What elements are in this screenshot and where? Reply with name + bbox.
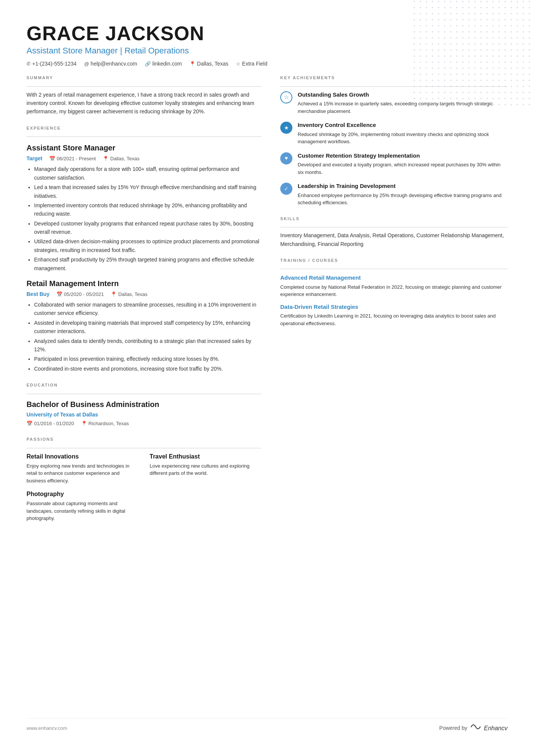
achievement-4: ✓ Leadership in Training Development Enh… — [280, 182, 507, 207]
date-meta-2: 📅 05/2020 - 05/2021 — [56, 291, 104, 298]
passion-desc-3: Passionate about capturing moments and l… — [27, 500, 138, 522]
location-icon: 📍 — [189, 60, 195, 68]
main-content: SUMMARY With 2 years of retail managemen… — [27, 75, 507, 703]
training-item-1: Advanced Retail Management Completed cou… — [280, 274, 507, 298]
bullet-2-5: Coordinated in-store events and promotio… — [34, 365, 261, 373]
right-column: KEY ACHIEVEMENTS ☆ Outstanding Sales Gro… — [280, 75, 507, 703]
job-title-2: Retail Management Intern — [27, 278, 261, 289]
bullet-2-4: Participated in loss prevention training… — [34, 355, 261, 363]
date-1: 06/2021 - Present — [57, 155, 96, 163]
achievements-divider — [280, 86, 507, 87]
bullet-1-6: Enhanced staff productivity by 25% throu… — [34, 255, 261, 272]
passion-1: Retail Innovations Enjoy exploring new t… — [27, 452, 138, 485]
achievement-2: ★ Inventory Control Excellence Reduced s… — [280, 121, 507, 146]
bullet-1-3: Implemented inventory controls that redu… — [34, 201, 261, 218]
job-title-1: Assistant Store Manager — [27, 142, 261, 153]
training-desc-1: Completed course by National Retail Fede… — [280, 283, 507, 298]
passion-3: Photography Passionate about capturing m… — [27, 490, 138, 522]
extra-value: Extra Field — [242, 60, 267, 68]
bullet-2-1: Collaborated with senior managers to str… — [34, 301, 261, 318]
link-icon: 🔗 — [145, 60, 151, 68]
footer-website: www.enhancv.com — [27, 725, 67, 732]
edu-meta: 📅 01/2016 - 01/2020 📍 Richardson, Texas — [27, 420, 261, 427]
powered-by-text: Powered by — [439, 724, 467, 732]
edu-school: University of Texas at Dallas — [27, 411, 261, 419]
email-contact: @ help@enhancv.com — [84, 60, 137, 68]
skills-divider — [280, 227, 507, 227]
location-2: Dallas, Texas — [118, 291, 147, 298]
loc-meta-1: 📍 Dallas, Texas — [103, 155, 139, 163]
exp-meta-1: Target 📅 06/2021 - Present 📍 Dallas, Tex… — [27, 155, 261, 163]
training-divider — [280, 269, 507, 269]
achievement-body-1: Outstanding Sales Growth Achieved a 15% … — [298, 91, 507, 115]
achievement-title-3: Customer Retention Strategy Implementati… — [298, 152, 507, 160]
passions-divider — [27, 448, 261, 448]
passions-label: PASSIONS — [27, 436, 261, 443]
achievement-3: ♥ Customer Retention Strategy Implementa… — [280, 152, 507, 176]
edu-location: Richardson, Texas — [89, 420, 129, 427]
passions-grid: Retail Innovations Enjoy exploring new t… — [27, 452, 261, 522]
linkedin-contact: 🔗 linkedin.com — [145, 60, 182, 68]
achievement-desc-3: Developed and executed a loyalty program… — [298, 161, 507, 176]
summary-divider — [27, 86, 261, 87]
footer-brand: Powered by Enhancv — [439, 723, 507, 733]
edu-loc-icon: 📍 — [81, 420, 87, 427]
skills-text: Inventory Management, Data Analysis, Ret… — [280, 231, 507, 248]
resume-page: GRACE JACKSON Assistant Store Manager | … — [0, 0, 534, 756]
achievement-icon-2: ★ — [280, 122, 292, 134]
achievement-title-4: Leadership in Training Development — [298, 182, 507, 191]
phone-contact: ✆ +1-(234)-555-1234 — [27, 60, 77, 68]
exp-meta-2: Best Buy 📅 05/2020 - 05/2021 📍 Dallas, T… — [27, 290, 261, 298]
training-desc-2: Certification by LinkedIn Learning in 20… — [280, 312, 507, 327]
edu-date: 01/2016 - 01/2020 — [34, 420, 74, 427]
achievement-body-3: Customer Retention Strategy Implementati… — [298, 152, 507, 176]
bullet-2-2: Assisted in developing training material… — [34, 319, 261, 336]
left-column: SUMMARY With 2 years of retail managemen… — [27, 75, 261, 703]
footer: www.enhancv.com Powered by Enhancv — [27, 718, 507, 733]
extra-contact: ☆ Extra Field — [236, 60, 267, 68]
training-label: TRAINING / COURSES — [280, 257, 507, 264]
achievement-icon-3: ♥ — [280, 152, 292, 164]
training-item-2: Data-Driven Retail Strategies Certificat… — [280, 303, 507, 327]
company-2: Best Buy — [27, 290, 50, 298]
linkedin-value: linkedin.com — [152, 60, 182, 68]
loc-icon-2: 📍 — [111, 291, 117, 298]
education-divider — [27, 394, 261, 394]
bullet-2-3: Analyzed sales data to identify trends, … — [34, 337, 261, 354]
passion-desc-1: Enjoy exploring new trends and technolog… — [27, 462, 138, 485]
job-bullets-2: Collaborated with senior managers to str… — [27, 301, 261, 373]
loc-icon-1: 📍 — [103, 155, 109, 163]
passion-2: Travel Enthusiast Love experiencing new … — [150, 452, 261, 485]
job-bullets-1: Managed daily operations for a store wit… — [27, 165, 261, 272]
edu-degree: Bachelor of Business Administration — [27, 399, 261, 410]
bullet-1-4: Developed customer loyalty programs that… — [34, 219, 261, 236]
contact-bar: ✆ +1-(234)-555-1234 @ help@enhancv.com 🔗… — [27, 60, 507, 68]
passion-title-3: Photography — [27, 490, 138, 499]
edu-cal-icon: 📅 — [27, 420, 33, 427]
achievement-body-4: Leadership in Training Development Enhan… — [298, 182, 507, 207]
achievement-icon-1: ☆ — [280, 91, 292, 103]
passion-title-2: Travel Enthusiast — [150, 452, 261, 461]
education-label: EDUCATION — [27, 382, 261, 388]
location-1: Dallas, Texas — [110, 155, 139, 163]
training-title-2: Data-Driven Retail Strategies — [280, 303, 507, 311]
phone-value: +1-(234)-555-1234 — [32, 60, 77, 68]
email-icon: @ — [84, 60, 89, 68]
experience-label: EXPERIENCE — [27, 125, 261, 131]
achievement-icon-4: ✓ — [280, 183, 292, 195]
header: GRACE JACKSON Assistant Store Manager | … — [27, 23, 507, 68]
achievement-desc-2: Reduced shrinkage by 20%, implementing r… — [298, 131, 507, 146]
date-meta-1: 📅 06/2021 - Present — [49, 155, 96, 163]
passion-desc-2: Love experiencing new cultures and explo… — [150, 462, 261, 477]
edu-date-item: 📅 01/2016 - 01/2020 — [27, 420, 74, 427]
candidate-title: Assistant Store Manager | Retail Operati… — [27, 44, 507, 57]
training-title-1: Advanced Retail Management — [280, 274, 507, 282]
calendar-icon-1: 📅 — [49, 155, 55, 163]
experience-divider — [27, 136, 261, 137]
edu-loc-item: 📍 Richardson, Texas — [81, 420, 129, 427]
calendar-icon-2: 📅 — [56, 291, 62, 298]
summary-text: With 2 years of retail management experi… — [27, 91, 261, 116]
date-2: 05/2020 - 05/2021 — [64, 291, 104, 298]
achievement-title-1: Outstanding Sales Growth — [298, 91, 507, 99]
achievement-1: ☆ Outstanding Sales Growth Achieved a 15… — [280, 91, 507, 115]
